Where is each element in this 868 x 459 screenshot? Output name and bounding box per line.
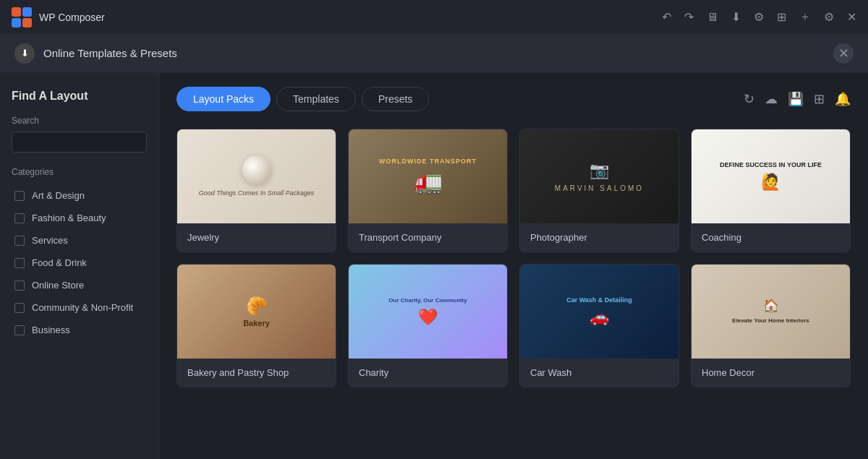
business-checkbox[interactable] — [14, 325, 25, 335]
charity-headline-text: Our Charity, Our Community — [388, 297, 467, 304]
art-design-checkbox[interactable] — [14, 191, 25, 201]
card-charity-label: Charity — [349, 359, 507, 387]
sidebar-item-online-store[interactable]: Online Store — [12, 275, 147, 295]
close-window-icon[interactable]: ✕ — [847, 10, 856, 24]
food-drink-checkbox[interactable] — [14, 258, 25, 268]
services-label: Services — [32, 235, 68, 246]
community-nonprofit-checkbox[interactable] — [14, 303, 25, 313]
tab-toolbar: ↻ ☁ 💾 ⊞ 🔔 — [744, 91, 851, 107]
card-coaching-label: Coaching — [692, 223, 850, 252]
homedecor-headline-text: Elevate Your Home Interiors — [732, 317, 809, 325]
card-jewelry-label: Jewelry — [177, 223, 336, 252]
card-homedecor-label: Home Decor — [692, 359, 850, 387]
sidebar-item-services[interactable]: Services — [12, 231, 147, 250]
tabs-row: Layout Packs Templates Presets ↻ ☁ 💾 ⊞ 🔔 — [176, 87, 851, 111]
search-label: Search — [12, 116, 147, 126]
modal-header: ⬇ Online Templates & Presets ✕ — [0, 35, 868, 72]
template-grid: Good Things Comes In Small Packages Jewe… — [176, 129, 851, 387]
undo-icon[interactable]: ↶ — [662, 10, 671, 24]
app-title: WP Composer — [39, 12, 105, 23]
sidebar-item-food-drink[interactable]: Food & Drink — [12, 253, 147, 273]
services-checkbox[interactable] — [14, 236, 25, 246]
card-coaching[interactable]: DEFINE SUCCESS IN YOUR LIFE 🙋 Coaching — [691, 129, 851, 252]
bakery-thumb-inner: 🥐 Bakery — [177, 265, 336, 359]
config-icon[interactable]: ⚙ — [824, 10, 834, 24]
tab-presets[interactable]: Presets — [362, 87, 429, 111]
charity-thumb-inner: Our Charity, Our Community ❤️ — [349, 265, 507, 359]
homedecor-home-icon: 🏠 — [763, 298, 779, 314]
food-drink-label: Food & Drink — [32, 257, 87, 268]
add-icon[interactable]: ＋ — [799, 9, 811, 25]
charity-heart-icon: ❤️ — [418, 308, 438, 327]
card-home-decor[interactable]: 🏠 Elevate Your Home Interiors Home Decor — [691, 264, 851, 387]
art-design-label: Art & Design — [32, 190, 85, 201]
sidebar-item-art-design[interactable]: Art & Design — [12, 186, 147, 205]
card-photographer[interactable]: 📷 MARVIN SALOMO Photographer — [519, 129, 679, 252]
jewelry-ring-icon — [242, 155, 271, 184]
main-layout: Find A Layout Search Categories Art & De… — [0, 72, 868, 459]
sidebar-item-fashion-beauty[interactable]: Fashion & Beauty — [12, 208, 147, 228]
card-charity[interactable]: Our Charity, Our Community ❤️ Charity — [348, 264, 508, 387]
bell-icon[interactable]: 🔔 — [835, 91, 851, 107]
display-icon[interactable]: 🖥 — [707, 11, 718, 24]
coaching-figure-icon: 🙋 — [761, 173, 780, 192]
bakery-name-text: Bakery — [243, 319, 270, 327]
tab-layout-packs[interactable]: Layout Packs — [176, 87, 271, 111]
card-bakery[interactable]: 🥐 Bakery Bakery and Pastry Shop — [176, 264, 336, 387]
redo-icon[interactable]: ↷ — [684, 10, 694, 24]
carwash-thumb-inner: Car Wash & Detailing 🚗 — [520, 265, 678, 359]
card-photographer-label: Photographer — [520, 223, 678, 252]
categories-label: Categories — [12, 167, 147, 177]
card-car-wash[interactable]: Car Wash & Detailing 🚗 Car Wash — [519, 264, 679, 387]
modal-title: Online Templates & Presets — [43, 47, 177, 59]
svg-rect-1 — [22, 7, 32, 17]
jewelry-tagline: Good Things Comes In Small Packages — [199, 189, 315, 198]
settings-gear-icon[interactable]: ⚙ — [754, 10, 764, 24]
modal-header-left: ⬇ Online Templates & Presets — [14, 43, 177, 64]
svg-rect-3 — [22, 18, 32, 27]
cloud-icon[interactable]: ☁ — [765, 91, 778, 107]
business-label: Business — [32, 325, 70, 335]
grid-icon[interactable]: ⊞ — [814, 91, 825, 107]
card-charity-thumbnail: Our Charity, Our Community ❤️ — [349, 265, 507, 359]
bakery-icon: 🥐 — [246, 296, 268, 316]
save-icon[interactable]: 💾 — [788, 91, 804, 107]
transport-thumb-inner: WORLDWIDE TRANSPORT 🚛 — [349, 129, 507, 223]
homedecor-thumb-inner: 🏠 Elevate Your Home Interiors — [692, 265, 850, 359]
sidebar: Find A Layout Search Categories Art & De… — [0, 72, 159, 459]
modal-header-download-icon: ⬇ — [14, 43, 35, 64]
card-carwash-thumbnail: Car Wash & Detailing 🚗 — [520, 265, 678, 359]
tab-group: Layout Packs Templates Presets — [176, 87, 429, 111]
modal-close-icon[interactable]: ✕ — [833, 43, 854, 64]
refresh-icon[interactable]: ↻ — [744, 91, 754, 107]
online-store-label: Online Store — [32, 280, 84, 291]
app-logo-icon — [12, 7, 32, 27]
layers-icon[interactable]: ⊞ — [777, 10, 786, 24]
titlebar-left: WP Composer — [12, 7, 105, 27]
photographer-thumb-inner: 📷 MARVIN SALOMO — [520, 129, 678, 223]
photographer-camera-icon: 📷 — [590, 161, 609, 180]
download-icon[interactable]: ⬇ — [731, 10, 741, 24]
titlebar-actions: ↶ ↷ 🖥 ⬇ ⚙ ⊞ ＋ ⚙ ✕ — [662, 9, 856, 25]
photographer-name-text: MARVIN SALOMO — [555, 184, 644, 192]
sidebar-item-business[interactable]: Business — [12, 320, 147, 340]
fashion-beauty-checkbox[interactable] — [14, 213, 25, 223]
card-transport-label: Transport Company — [349, 223, 507, 252]
card-bakery-label: Bakery and Pastry Shop — [177, 359, 336, 387]
transport-banner-text: WORLDWIDE TRANSPORT — [379, 158, 477, 165]
content-area: Layout Packs Templates Presets ↻ ☁ 💾 ⊞ 🔔… — [159, 72, 868, 459]
card-transport-thumbnail: WORLDWIDE TRANSPORT 🚛 — [349, 129, 507, 223]
search-input[interactable] — [12, 132, 147, 153]
svg-rect-0 — [12, 7, 21, 17]
transport-truck-icon: 🚛 — [414, 168, 443, 195]
titlebar: WP Composer ↶ ↷ 🖥 ⬇ ⚙ ⊞ ＋ ⚙ ✕ — [0, 0, 868, 35]
online-store-checkbox[interactable] — [14, 280, 25, 291]
card-transport-company[interactable]: WORLDWIDE TRANSPORT 🚛 Transport Company — [348, 129, 508, 252]
card-carwash-label: Car Wash — [520, 359, 678, 387]
card-jewelry[interactable]: Good Things Comes In Small Packages Jewe… — [176, 129, 336, 252]
sidebar-item-community-nonprofit[interactable]: Community & Non-Profit — [12, 298, 147, 317]
carwash-banner-text: Car Wash & Detailing — [566, 296, 632, 304]
coaching-headline-text: DEFINE SUCCESS IN YOUR LIFE — [720, 161, 822, 170]
carwash-car-icon: 🚗 — [590, 308, 609, 327]
tab-templates[interactable]: Templates — [276, 87, 356, 111]
